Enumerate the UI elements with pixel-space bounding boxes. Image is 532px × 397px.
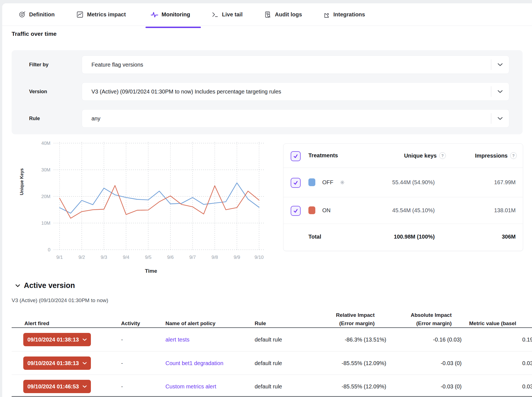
tab-definition[interactable]: Definition [18, 3, 55, 26]
series-line-on [60, 186, 259, 218]
off-unique-keys: 55.44M (54.90%) [392, 179, 435, 186]
version-select[interactable]: V3 (Active) (09/01/2024 01:30PM to now) … [82, 82, 509, 101]
col-activity: Activity [121, 319, 140, 327]
tab-monitoring-label: Monitoring [162, 11, 190, 18]
x-tick-label: 9/5 [145, 255, 152, 260]
filter-by-select[interactable]: Feature flag versions [82, 55, 509, 74]
off-checkbox[interactable] [291, 178, 301, 188]
tab-metrics-impact[interactable]: Metrics impact [76, 3, 126, 26]
alert-fired-badge[interactable]: 09/10/2024 01:38:13 [23, 333, 91, 346]
treatment-name: ON [322, 207, 331, 214]
col-absolute-impact: Absolute Impact (Error margin) [411, 311, 452, 327]
chevron-down-icon[interactable] [498, 90, 503, 93]
total-label: Total [308, 234, 321, 240]
checkmark-icon [293, 208, 298, 213]
tab-live-tail-label: Live tail [222, 11, 242, 18]
relative-impact-cell: -86.3% (13.51%) [345, 328, 386, 351]
select-divider [491, 113, 491, 124]
treatments-card: Treatments Unique keys ? Impressions ? O… [283, 143, 523, 251]
rule-select[interactable]: any [82, 109, 509, 128]
absolute-impact-cell: -0.03 (0) [441, 375, 462, 397]
alert-fired-badge[interactable]: 09/10/2024 01:46:53 [23, 380, 91, 393]
live-tail-icon [211, 11, 219, 18]
alert-policy-link[interactable]: Custom metrics alert [165, 383, 216, 390]
y-tick-label: 0 [48, 247, 50, 252]
col-rule: Rule [255, 319, 266, 327]
on-unique-keys: 45.54M (45.10%) [392, 207, 435, 214]
treatment-row-off: OFF 55.44M (54.90%) 167.99M [283, 168, 523, 197]
filter-by-value: Feature flag versions [91, 56, 143, 74]
x-tick-label: 9/4 [123, 255, 129, 260]
chart-x-axis-label: Time [119, 268, 183, 274]
integrations-icon [323, 11, 330, 18]
chevron-down-icon[interactable] [498, 63, 503, 66]
version-value: V3 (Active) (09/01/2024 01:30PM to now) … [91, 83, 281, 100]
select-divider [491, 86, 491, 97]
absolute-impact-cell: -0.16 (0.03) [433, 328, 462, 351]
x-tick-label: 9/1 [56, 255, 63, 260]
metric-value-cell: 0.03 ( [522, 352, 532, 375]
active-version-toggle[interactable]: Active version [16, 281, 75, 290]
checkmark-icon [293, 154, 298, 159]
monitoring-icon [151, 11, 158, 18]
alert-row: 09/10/2024 01:46:53 - Custom metrics ale… [12, 375, 532, 397]
activity-cell: - [121, 328, 123, 351]
active-version-subtitle: V3 (Active) (09/10/2024 01:30PM to now) [12, 297, 108, 304]
absolute-impact-cell: -0.03 (0) [441, 352, 462, 375]
chevron-down-icon [83, 385, 87, 388]
version-label: Version [29, 89, 47, 95]
active-version-title: Active version [24, 281, 75, 290]
col-metric-value: Metric value (basel [469, 319, 516, 327]
on-checkbox[interactable] [291, 206, 301, 216]
col-policy: Name of alert policy [165, 319, 216, 327]
rule-cell: default rule [255, 328, 282, 351]
tab-definition-label: Definition [29, 11, 55, 18]
rule-value: any [91, 110, 100, 127]
x-tick-label: 9/9 [234, 255, 240, 260]
treatments-select-all-checkbox[interactable] [291, 151, 301, 161]
relative-impact-cell: -85.55% (12.09%) [342, 352, 386, 375]
table-bottom-rule [12, 396, 532, 397]
alert-row: 09/10/2024 01:38:13 - alert tests defaul… [12, 328, 532, 351]
tab-audit-logs[interactable]: Audit logs [264, 3, 302, 26]
treatment-name: OFF [322, 179, 333, 186]
audit-logs-icon [264, 11, 272, 18]
on-impressions: 138.01M [494, 207, 516, 214]
tab-metrics-impact-label: Metrics impact [87, 11, 126, 18]
help-icon[interactable]: ? [439, 152, 446, 159]
off-impressions: 167.99M [494, 179, 516, 186]
filter-panel: Filter by Feature flag versions Version … [12, 50, 523, 134]
rule-cell: default rule [255, 375, 282, 397]
x-tick-label: 9/7 [189, 255, 196, 260]
x-tick-label: 9/8 [211, 255, 218, 260]
x-tick-label: 9/6 [167, 255, 174, 260]
x-tick-label: 9/3 [101, 255, 107, 260]
help-icon[interactable]: ? [510, 152, 517, 159]
x-tick-label: 9/2 [78, 255, 85, 260]
traffic-line-chart: 010M20M30M40M9/19/29/39/49/59/69/79/89/9… [12, 139, 278, 263]
definition-icon [18, 11, 26, 18]
total-impressions: 306M [502, 234, 516, 240]
tab-live-tail[interactable]: Live tail [211, 3, 242, 26]
tab-audit-logs-label: Audit logs [275, 11, 302, 18]
tab-bar: Definition Metrics impact Monitoring Liv… [2, 3, 532, 26]
col-alert-fired: Alert fired [24, 319, 49, 327]
chevron-down-icon [83, 362, 87, 365]
tab-integrations[interactable]: Integrations [323, 3, 365, 26]
y-tick-label: 40M [41, 141, 50, 146]
metric-value-cell: 0.03 ( [522, 375, 532, 397]
alert-policy-link[interactable]: alert tests [165, 337, 190, 343]
rule-label: Rule [29, 116, 40, 122]
tab-monitoring[interactable]: Monitoring [151, 3, 190, 26]
y-tick-label: 30M [41, 167, 50, 173]
relative-impact-cell: -85.55% (12.09%) [342, 375, 386, 397]
select-divider [491, 59, 491, 70]
frozen-asterisk-icon [340, 180, 345, 185]
alert-fired-badge[interactable]: 09/10/2024 01:38:13 [23, 356, 91, 370]
filter-by-label: Filter by [29, 62, 48, 68]
chevron-down-icon[interactable] [498, 117, 503, 120]
y-tick-label: 20M [41, 194, 50, 199]
unique-keys-column-header: Unique keys ? [404, 152, 446, 159]
alert-policy-link[interactable]: Count bet1 degradation [165, 360, 223, 366]
x-tick-label: 9/10 [254, 255, 264, 260]
